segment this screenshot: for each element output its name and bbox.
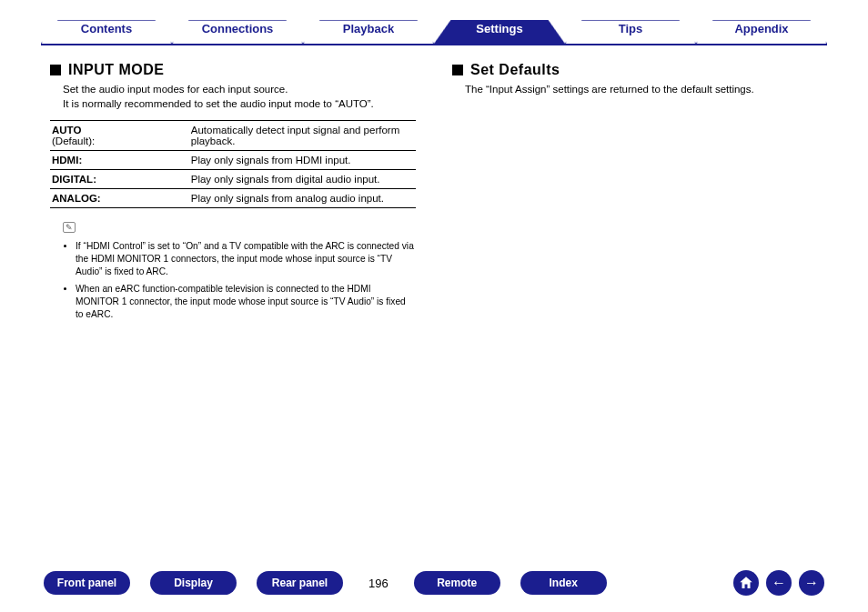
home-icon[interactable] <box>733 570 759 596</box>
next-page-icon[interactable]: → <box>799 570 824 596</box>
section-heading-input-mode: INPUT MODE <box>50 62 416 78</box>
table-row: HDMI: Play only signals from HDMI input. <box>50 151 416 170</box>
section-lead: Set the audio input modes for each input… <box>63 82 416 111</box>
tab-contents[interactable]: Contents <box>41 16 172 44</box>
nav-icon-group: ← → <box>733 570 824 596</box>
note-box: ✎ If “HDMI Control” is set to “On” and a… <box>63 221 416 321</box>
section-lead: The “Input Assign” settings are returned… <box>465 82 818 96</box>
page-body: INPUT MODE Set the audio input modes for… <box>50 62 818 326</box>
button-front-panel[interactable]: Front panel <box>44 571 130 595</box>
page-number: 196 <box>363 577 394 590</box>
prev-page-icon[interactable]: ← <box>766 570 792 596</box>
table-row: ANALOG: Play only signals from analog au… <box>50 189 416 208</box>
options-table: AUTO(Default): Automatically detect inpu… <box>50 120 416 208</box>
note-item: If “HDMI Control” is set to “On” and a T… <box>76 240 416 277</box>
tab-connections[interactable]: Connections <box>172 16 303 44</box>
tab-appendix[interactable]: Appendix <box>696 16 827 44</box>
bullet-square-icon <box>50 65 61 75</box>
tab-settings[interactable]: Settings <box>434 16 565 44</box>
right-column: Set Defaults The “Input Assign” settings… <box>452 62 818 326</box>
button-index[interactable]: Index <box>520 571 607 595</box>
bottom-nav: Front panel Display Rear panel 196 Remot… <box>0 570 868 596</box>
button-display[interactable]: Display <box>150 571 237 595</box>
section-heading-set-defaults: Set Defaults <box>452 62 818 78</box>
button-remote[interactable]: Remote <box>414 571 500 595</box>
table-row: AUTO(Default): Automatically detect inpu… <box>50 121 416 151</box>
top-nav: Contents Connections Playback Settings T… <box>41 16 827 45</box>
left-column: INPUT MODE Set the audio input modes for… <box>50 62 416 326</box>
note-item: When an eARC function-compatible televis… <box>76 283 416 320</box>
button-rear-panel[interactable]: Rear panel <box>257 571 343 595</box>
tab-tips[interactable]: Tips <box>565 16 696 44</box>
bullet-square-icon <box>452 65 463 75</box>
table-row: DIGITAL: Play only signals from digital … <box>50 170 416 189</box>
tab-playback[interactable]: Playback <box>303 16 434 44</box>
note-icon: ✎ <box>63 222 76 233</box>
